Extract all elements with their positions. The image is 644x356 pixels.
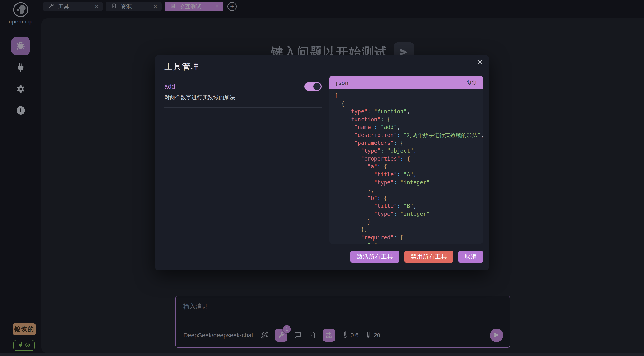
json-code: [ { "type": "function", "function": { "n… <box>329 89 483 244</box>
code-language-label: json <box>335 80 348 86</box>
disable-all-tools-button[interactable]: 禁用所有工具 <box>404 251 453 263</box>
openmcp-app: openmcp i 锦恢的 <box>0 0 644 356</box>
cancel-button[interactable]: 取消 <box>458 251 483 263</box>
tool-row-add: add <box>164 82 322 91</box>
toggle-knob <box>314 83 320 90</box>
activate-all-tools-button[interactable]: 激活所有工具 <box>350 251 399 263</box>
divider <box>164 107 322 108</box>
close-icon[interactable]: × <box>477 57 483 67</box>
tool-description: 对两个数字进行实数域的加法 <box>164 94 322 101</box>
tool-enabled-toggle[interactable] <box>304 82 322 91</box>
code-body[interactable]: [ { "type": "function", "function": { "n… <box>329 89 483 244</box>
tool-management-modal: 工具管理 × add 对两个数字进行实数域的加法 json 复制 [ { "ty… <box>155 55 489 270</box>
tool-schema-code-panel: json 复制 [ { "type": "function", "functio… <box>329 76 483 244</box>
code-header: json 复制 <box>329 76 483 89</box>
modal-title: 工具管理 <box>164 61 200 72</box>
tool-name: add <box>164 83 175 90</box>
modal-actions: 激活所有工具 禁用所有工具 取消 <box>350 251 483 263</box>
tool-list: add 对两个数字进行实数域的加法 <box>164 82 322 108</box>
copy-button[interactable]: 复制 <box>467 79 478 86</box>
